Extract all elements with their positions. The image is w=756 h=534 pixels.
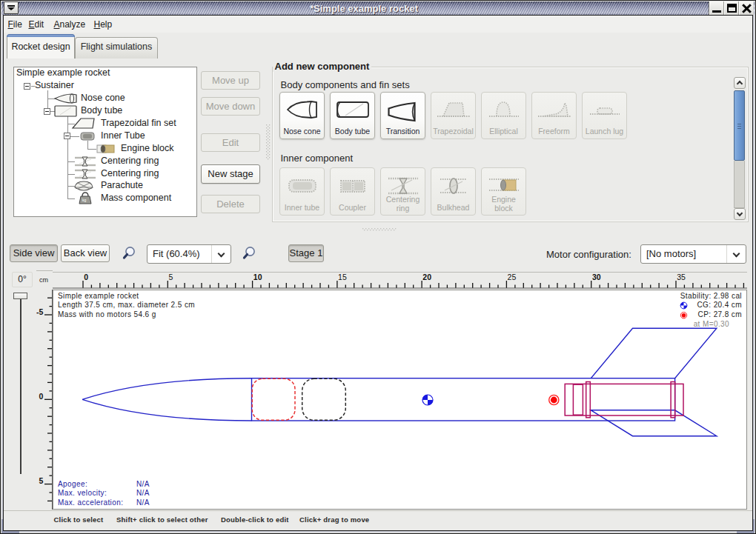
svg-text:0: 0 <box>84 273 88 281</box>
svg-text:30: 30 <box>592 273 601 281</box>
svg-text:0: 0 <box>39 392 44 401</box>
svg-text:10: 10 <box>253 273 262 281</box>
svg-text:20: 20 <box>422 273 431 281</box>
svg-text:kg: kg <box>82 198 87 202</box>
svg-text:25: 25 <box>508 273 517 281</box>
svg-text:5: 5 <box>169 273 173 281</box>
svg-text:15: 15 <box>338 273 347 281</box>
svg-text:35: 35 <box>677 273 686 281</box>
svg-text:5: 5 <box>39 476 44 485</box>
svg-text:-5: -5 <box>36 307 43 316</box>
